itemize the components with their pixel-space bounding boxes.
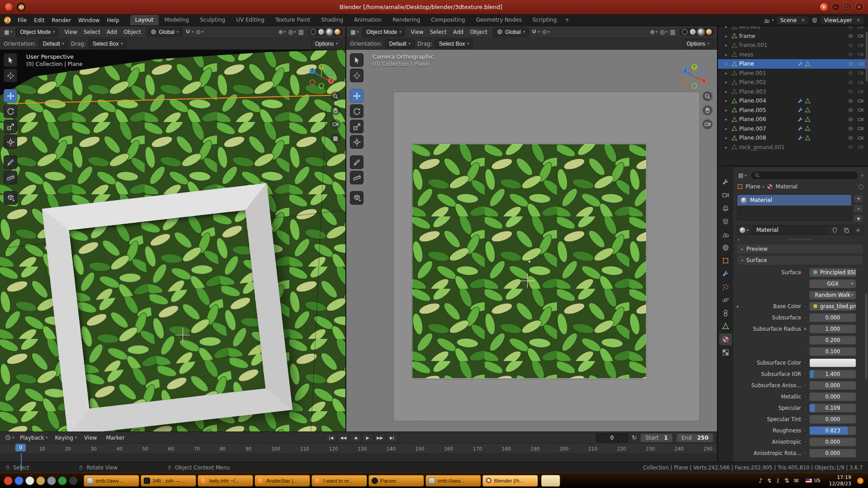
playhead[interactable]: 0 (15, 444, 26, 450)
expand-icon[interactable]: ▸ (725, 89, 730, 94)
mail-icon[interactable]: ✉ (794, 477, 799, 484)
bluetooth-icon[interactable]: ᛒ (776, 477, 780, 484)
workspace-tab[interactable]: Animation (349, 15, 387, 25)
subsurface-field[interactable]: 0.000 ▾ (809, 313, 856, 322)
network-icon[interactable]: ⇅ (784, 477, 789, 484)
orientation-dropdown[interactable]: Default▾ (385, 39, 415, 48)
outliner-row[interactable]: ▸ Plane.001 (718, 69, 868, 78)
window-shade-button[interactable]: ▾ (820, 3, 828, 11)
new-material-button[interactable] (841, 225, 852, 235)
outliner-row[interactable]: ▸ frame (718, 32, 868, 41)
disable-in-renders-icon[interactable] (858, 98, 863, 104)
tool-add-cube[interactable] (4, 191, 17, 205)
animate-dot[interactable] (803, 440, 807, 444)
play-button[interactable]: ▶ (362, 433, 373, 442)
launcher-mail-icon[interactable] (58, 476, 67, 485)
outliner-row[interactable]: ▸ Plane (718, 59, 868, 69)
toggle-ortho-icon[interactable]: ▦ (330, 133, 340, 143)
drag-dropdown[interactable]: Select Box▾ (435, 39, 473, 48)
window-titlebar[interactable]: Blender [/home/amalie/Desktop/blender/3d… (0, 0, 868, 14)
animate-dot[interactable] (803, 429, 807, 432)
hide-in-viewport-icon[interactable] (848, 80, 854, 85)
animate-dot[interactable] (803, 316, 807, 319)
animate-dot[interactable] (803, 395, 807, 399)
outliner-row[interactable]: ▸ Plane.007 (718, 124, 868, 134)
hide-in-viewport-icon[interactable] (848, 42, 854, 48)
proportional-editing-icon[interactable]: ⊙▾ (196, 28, 203, 35)
expand-icon[interactable]: ▸ (725, 99, 730, 103)
disable-in-renders-icon[interactable] (858, 117, 863, 122)
drag-dropdown[interactable]: Select Box▾ (89, 39, 127, 48)
pan-hand-icon[interactable] (703, 105, 712, 115)
taskbar-empty-slot[interactable] (541, 475, 560, 487)
hide-in-viewport-icon[interactable] (848, 52, 854, 57)
next-keyframe-button[interactable]: ▶▶ (374, 433, 386, 442)
timeline-track[interactable] (0, 454, 717, 461)
mode-selector[interactable]: Object Mode▾ (362, 28, 405, 37)
options-dropdown[interactable]: Options▾ (683, 39, 713, 48)
outliner-scrollbar[interactable] (866, 32, 868, 81)
disable-in-renders-icon[interactable] (858, 52, 863, 57)
properties-tab-particles[interactable] (719, 281, 732, 293)
expand-icon[interactable]: ▸ (725, 127, 730, 131)
hide-in-viewport-icon[interactable] (848, 70, 854, 76)
specular-field[interactable]: 0.109 ▾ (809, 404, 856, 413)
hide-in-viewport-icon[interactable] (848, 33, 854, 39)
viewport-menu[interactable]: Object (120, 29, 144, 35)
outliner-row[interactable]: ▸ Plane.002 (718, 78, 868, 87)
expand-icon[interactable]: ▸ (725, 108, 730, 113)
specular-tint-field[interactable]: 0.000 ▾ (809, 415, 856, 424)
navigation-gizmo[interactable] (680, 62, 709, 91)
launcher-file-manager-icon[interactable] (25, 476, 34, 485)
volume-icon[interactable]: ♪ (759, 477, 762, 484)
disable-in-renders-icon[interactable] (858, 89, 863, 94)
menubar-menu[interactable]: Render (48, 16, 75, 24)
properties-tab-physics[interactable] (719, 294, 732, 306)
menubar-menu[interactable]: Edit (30, 16, 48, 24)
expand-icon[interactable]: ▸ (725, 80, 730, 84)
timeline[interactable]: ▾ Playback▾Keying▾ViewMarker |◀◀◀◀▶▶▶▶| … (0, 432, 717, 462)
taskbar-window-button[interactable]: I want to re... (311, 475, 367, 487)
pan-hand-icon[interactable] (330, 105, 340, 115)
properties-tab-object[interactable] (719, 255, 732, 267)
animate-dot[interactable] (803, 384, 807, 387)
launcher-system-monitor-icon[interactable] (47, 476, 56, 485)
workspace-tab[interactable]: Layout (130, 15, 159, 25)
subsurface-radius-z-field[interactable]: 0.100 ▾ (809, 347, 856, 356)
taskbar-window-button[interactable]: Blender [/h... (482, 475, 538, 487)
tool-annotate[interactable] (350, 155, 363, 169)
show-gizmo-icon[interactable]: ⊕▾ (650, 28, 657, 35)
timeline-menu[interactable]: Keying▾ (52, 435, 80, 441)
outliner-row[interactable]: ▸ Plane.008 (718, 133, 868, 143)
tool-select-box[interactable] (4, 53, 17, 67)
workspace-tab[interactable]: Texture Paint (270, 15, 315, 25)
subsurface-color-field[interactable]: ▾ (809, 358, 856, 367)
outliner-row[interactable]: ▸ Plane.005 (718, 106, 868, 115)
properties-tab-object-data[interactable] (719, 320, 732, 332)
viewport-menu[interactable]: Add (104, 29, 120, 35)
toggle-xray-icon[interactable]: ▥ (298, 28, 304, 35)
frame-object[interactable] (42, 183, 292, 432)
expand-icon[interactable]: ▸ (725, 136, 730, 140)
shading-wireframe-icon[interactable] (310, 29, 316, 35)
tool-cursor[interactable] (4, 69, 17, 82)
tool-rotate[interactable] (4, 104, 17, 118)
keying-settings-icon[interactable]: ↻ (632, 434, 637, 441)
editor-type-icon[interactable]: ▤▾ (737, 172, 748, 178)
surface-field[interactable]: Principled BSDF ▾ (809, 268, 856, 277)
properties-tab-texture[interactable] (719, 347, 732, 358)
tool-add-cube[interactable] (350, 191, 363, 205)
blender-logo-icon[interactable] (4, 16, 11, 24)
expand-icon[interactable]: ▸ (725, 61, 730, 66)
viewport-3d-right[interactable]: ▦▾ Object Mode▾ ViewSelectAddObject Glob… (346, 26, 717, 432)
disable-in-renders-icon[interactable] (858, 126, 863, 131)
material-specials-button[interactable]: ▾ (854, 214, 863, 223)
outliner-row[interactable]: ▸ Plane.006 (718, 115, 868, 124)
subsurface-radius-field[interactable]: 1.000 ▾ (809, 324, 856, 333)
surface-section-header[interactable]: ▾Surface (737, 255, 863, 265)
tool-rotate[interactable] (350, 104, 363, 118)
viewport-menu[interactable]: Object (467, 29, 491, 35)
shading-rendered-icon[interactable] (335, 29, 340, 35)
play-reverse-button[interactable]: ◀ (350, 433, 361, 442)
end-frame-field[interactable]: End250 (676, 433, 713, 442)
